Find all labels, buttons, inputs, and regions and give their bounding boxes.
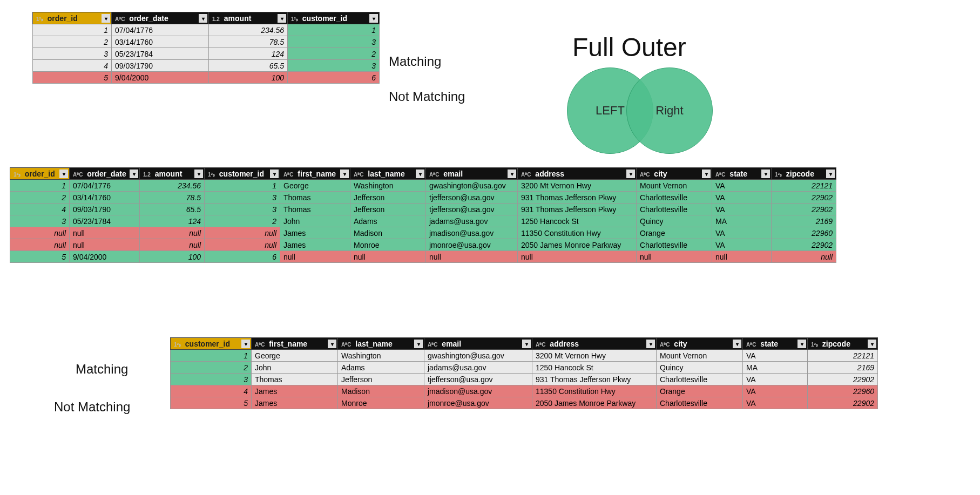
column-header-last_name[interactable]: AᴮC last_name▾ (350, 168, 426, 180)
dropdown-icon[interactable]: ▾ (508, 169, 516, 178)
cell-first_name: Thomas (280, 204, 350, 215)
column-header-email[interactable]: AᴮC email▾ (426, 168, 518, 180)
table-row: 59/04/20001006 (33, 72, 380, 84)
cell-address: 11350 Constitution Hwy (532, 385, 657, 397)
dropdown-icon[interactable]: ▾ (241, 340, 250, 348)
cell-city: Orange (637, 227, 712, 239)
column-header-first_name[interactable]: AᴮC first_name▾ (280, 168, 350, 180)
text-type-icon: AᴮC (341, 342, 351, 348)
dropdown-icon[interactable]: ▾ (102, 14, 110, 23)
cell-customer_id: 3 (205, 192, 280, 204)
dropdown-icon[interactable]: ▾ (416, 169, 424, 178)
cell-city: null (637, 251, 712, 263)
column-header-state[interactable]: AᴮC state▾ (743, 338, 808, 350)
column-header-amount[interactable]: 1.2 amount▾ (140, 168, 205, 180)
cell-state: VA (743, 397, 808, 409)
column-header-last_name[interactable]: AᴮC last_name▾ (338, 338, 424, 350)
column-header-zipcode[interactable]: 1²₃ zipcode▾ (808, 338, 878, 350)
table-row: 203/14/176078.53ThomasJeffersontjefferso… (10, 192, 836, 204)
column-header-city[interactable]: AᴮC city▾ (637, 168, 712, 180)
column-header-order_date[interactable]: AᴮC order_date▾ (112, 12, 209, 24)
cell-city: Charlottesville (657, 397, 743, 409)
table-row: 5JamesMonroejmonroe@usa.gov2050 James Mo… (171, 397, 878, 409)
column-header-order_id[interactable]: 1²₃ order_id▾ (33, 12, 112, 24)
cell-email: tjefferson@usa.gov (426, 204, 518, 215)
dropdown-icon[interactable]: ▾ (646, 340, 655, 348)
cell-amount: 234.56 (140, 180, 205, 192)
table-row: 203/14/176078.53 (33, 36, 380, 48)
dropdown-icon[interactable]: ▾ (340, 169, 349, 178)
dropdown-icon[interactable]: ▾ (278, 14, 286, 23)
cell-email: gwashington@usa.gov (424, 350, 532, 362)
dropdown-icon[interactable]: ▾ (414, 340, 423, 348)
table-row: 305/23/17841242 (33, 48, 380, 60)
cell-state: null (712, 251, 772, 263)
dropdown-icon[interactable]: ▾ (868, 340, 876, 348)
cell-city: Orange (657, 385, 743, 397)
cell-last_name: Monroe (350, 239, 426, 251)
column-header-address[interactable]: AᴮC address▾ (532, 338, 657, 350)
cell-last_name: Washington (338, 350, 424, 362)
cell-customer_id: 4 (171, 385, 252, 397)
integer-type-icon: 1²₃ (291, 16, 298, 22)
cell-zipcode: 2169 (772, 215, 836, 227)
column-header-order_id[interactable]: 1²₃ order_id▾ (10, 168, 70, 180)
cell-customer_id: 2 (288, 48, 380, 60)
dropdown-icon[interactable]: ▾ (130, 169, 138, 178)
dropdown-icon[interactable]: ▾ (702, 169, 711, 178)
cell-order_id: 2 (33, 36, 112, 48)
cell-state: VA (743, 374, 808, 385)
dropdown-icon[interactable]: ▾ (761, 169, 770, 178)
column-header-first_name[interactable]: AᴮC first_name▾ (252, 338, 338, 350)
column-header-order_date[interactable]: AᴮC order_date▾ (70, 168, 140, 180)
cell-customer_id: 3 (205, 204, 280, 215)
customers-table: 1²₃ customer_id▾AᴮC first_name▾AᴮC last_… (170, 337, 878, 409)
column-header-email[interactable]: AᴮC email▾ (424, 338, 532, 350)
table-row: 2JohnAdamsjadams@usa.gov1250 Hancock StQ… (171, 362, 878, 374)
cell-order_date: 9/04/2000 (70, 251, 140, 263)
dropdown-icon[interactable]: ▾ (194, 169, 203, 178)
cell-order_id: null (10, 239, 70, 251)
column-header-address[interactable]: AᴮC address▾ (518, 168, 637, 180)
decimal-type-icon: 1.2 (212, 16, 220, 22)
column-header-amount[interactable]: 1.2 amount▾ (209, 12, 288, 24)
dropdown-icon[interactable]: ▾ (522, 340, 531, 348)
cell-email: jmonroe@usa.gov (424, 397, 532, 409)
dropdown-icon[interactable]: ▾ (826, 169, 835, 178)
column-header-customer_id[interactable]: 1²₃ customer_id▾ (288, 12, 380, 24)
integer-type-icon: 1²₃ (775, 172, 782, 178)
cell-amount: 78.5 (140, 192, 205, 204)
column-header-zipcode[interactable]: 1²₃ zipcode▾ (772, 168, 836, 180)
cell-email: gwashington@usa.gov (426, 180, 518, 192)
dropdown-icon[interactable]: ▾ (59, 169, 68, 178)
integer-type-icon: 1²₃ (811, 342, 818, 348)
cell-order_id: 5 (10, 251, 70, 263)
dropdown-icon[interactable]: ▾ (199, 14, 207, 23)
cell-zipcode: 22121 (772, 180, 836, 192)
join-result-table: 1²₃ order_id▾AᴮC order_date▾1.2 amount▾1… (10, 167, 836, 263)
cell-order_id: 4 (33, 60, 112, 72)
column-header-state[interactable]: AᴮC state▾ (712, 168, 772, 180)
cell-email: null (426, 251, 518, 263)
cell-amount: 78.5 (209, 36, 288, 48)
column-header-customer_id[interactable]: 1²₃ customer_id▾ (171, 338, 252, 350)
column-header-city[interactable]: AᴮC city▾ (657, 338, 743, 350)
cell-customer_id: 5 (171, 397, 252, 409)
cell-address: 1250 Hancock St (518, 215, 637, 227)
cell-zipcode: 22960 (808, 385, 878, 397)
cell-order_date: 07/04/1776 (70, 180, 140, 192)
cell-address: 931 Thomas Jefferson Pkwy (518, 192, 637, 204)
cell-amount: 65.5 (209, 60, 288, 72)
dropdown-icon[interactable]: ▾ (328, 340, 336, 348)
cell-amount: 124 (140, 215, 205, 227)
cell-order_id: 3 (33, 48, 112, 60)
text-type-icon: AᴮC (640, 172, 650, 178)
dropdown-icon[interactable]: ▾ (270, 169, 279, 178)
dropdown-icon[interactable]: ▾ (626, 169, 635, 178)
cell-first_name: Thomas (280, 192, 350, 204)
dropdown-icon[interactable]: ▾ (369, 14, 378, 23)
dropdown-icon[interactable]: ▾ (797, 340, 806, 348)
column-header-customer_id[interactable]: 1²₃ customer_id▾ (205, 168, 280, 180)
cell-customer_id: 6 (205, 251, 280, 263)
dropdown-icon[interactable]: ▾ (733, 340, 741, 348)
